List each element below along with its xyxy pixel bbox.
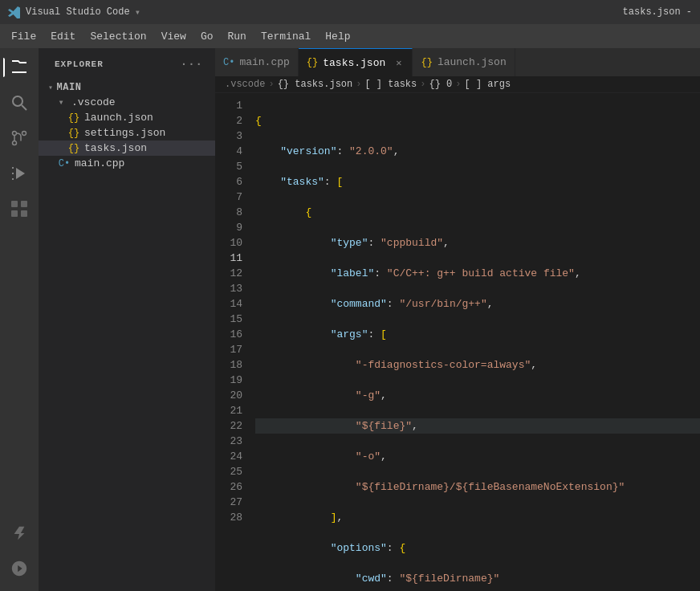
line-num-9: 9 <box>222 220 242 235</box>
menu-edit[interactable]: Edit <box>44 27 82 46</box>
sidebar-header: Explorer ··· <box>39 48 215 79</box>
title-bar-file: tasks.json - <box>623 6 692 18</box>
tab-launch-json[interactable]: {} launch.json <box>413 48 515 76</box>
line-num-17: 17 <box>222 342 242 357</box>
breadcrumb: .vscode › {} tasks.json › [ ] tasks › {}… <box>215 76 700 93</box>
code-line-4: { <box>255 205 700 220</box>
code-line-13: "${fileDirname}/${fileBasenameNoExtensio… <box>255 479 700 495</box>
tree-item-tasks-json[interactable]: {} tasks.json <box>39 141 215 156</box>
code-line-6: "label": "C/C++: g++ build active file", <box>255 266 700 281</box>
extensions-activity-icon[interactable] <box>3 193 35 225</box>
code-line-12: "-o", <box>255 449 700 464</box>
tab-tasks-json-label: tasks.json <box>323 57 385 69</box>
code-line-9: "-fdiagnostics-color=always", <box>255 357 700 373</box>
chevron-down-icon: ▾ <box>48 83 54 92</box>
line-num-11: 11 <box>222 251 242 266</box>
line-num-24: 24 <box>222 449 242 464</box>
tab-close-icon[interactable]: ✕ <box>393 56 404 70</box>
json-file-icon: {} <box>67 112 80 124</box>
sidebar-title: Explorer <box>55 59 104 69</box>
tree-item-launch-json[interactable]: {} launch.json <box>39 110 215 125</box>
line-num-23: 23 <box>222 434 242 449</box>
line-num-10: 10 <box>222 235 242 251</box>
menu-go[interactable]: Go <box>194 27 220 46</box>
line-num-6: 6 <box>222 174 242 190</box>
remote-activity-icon[interactable] <box>3 552 35 585</box>
tab-main-cpp[interactable]: C• main.cpp <box>215 48 299 76</box>
svg-rect-13 <box>21 210 27 217</box>
editor-area: C• main.cpp {} tasks.json ✕ {} launch.js… <box>215 48 700 591</box>
code-line-2: "version": "2.0.0", <box>255 144 700 159</box>
line-num-20: 20 <box>222 388 242 403</box>
menu-selection[interactable]: Selection <box>83 27 153 46</box>
activity-bar-bottom <box>3 517 35 591</box>
line-num-7: 7 <box>222 190 242 205</box>
line-num-28: 28 <box>222 510 242 525</box>
code-line-16: "cwd": "${fileDirname}" <box>255 571 700 586</box>
json-tab-icon: {} <box>421 57 432 68</box>
tree-item-settings-json[interactable]: {} settings.json <box>39 125 215 141</box>
line-numbers: 1 2 3 4 5 6 7 8 9 10 11 12 13 14 15 16 1… <box>215 93 249 591</box>
line-num-21: 21 <box>222 403 242 418</box>
breadcrumb-vscode[interactable]: .vscode <box>225 79 265 90</box>
line-num-2: 2 <box>222 113 242 128</box>
line-num-14: 14 <box>222 296 242 312</box>
menu-view[interactable]: View <box>155 27 193 46</box>
tree-main-label[interactable]: ▾ MAIN <box>39 80 215 95</box>
svg-line-1 <box>22 105 26 110</box>
vscode-logo-icon <box>8 6 21 18</box>
code-content[interactable]: { "version": "2.0.0", "tasks": [ { "type… <box>249 93 700 591</box>
title-bar: Visual Studio Code ▾ tasks.json - <box>0 0 700 24</box>
title-dropdown-arrow[interactable]: ▾ <box>135 6 140 18</box>
breadcrumb-args[interactable]: [ ] args <box>464 79 511 90</box>
line-num-15: 15 <box>222 312 242 327</box>
tab-tasks-json[interactable]: {} tasks.json ✕ <box>299 48 413 76</box>
line-num-5: 5 <box>222 159 242 174</box>
breadcrumb-tasks-json[interactable]: {} tasks.json <box>278 79 353 90</box>
tab-launch-json-label: launch.json <box>438 56 507 68</box>
code-line-1: { <box>255 113 700 128</box>
code-line-7: "command": "/usr/bin/g++", <box>255 296 700 312</box>
tree-item-vscode[interactable]: ▾ .vscode <box>39 95 215 110</box>
vscode-folder-label: .vscode <box>71 96 116 108</box>
line-num-25: 25 <box>222 464 242 479</box>
code-editor[interactable]: 1 2 3 4 5 6 7 8 9 10 11 12 13 14 15 16 1… <box>215 93 700 591</box>
menu-file[interactable]: File <box>5 27 43 46</box>
menu-bar: File Edit Selection View Go Run Terminal… <box>0 24 700 48</box>
line-num-1: 1 <box>222 98 242 113</box>
breadcrumb-tasks[interactable]: [ ] tasks <box>364 79 417 90</box>
sidebar: Explorer ··· ▾ MAIN ▾ .vscode {} launch.… <box>39 48 215 591</box>
code-line-10: "-g", <box>255 388 700 403</box>
line-num-12: 12 <box>222 266 242 281</box>
tab-main-cpp-label: main.cpp <box>239 56 289 68</box>
menu-help[interactable]: Help <box>319 27 356 46</box>
line-num-16: 16 <box>222 327 242 342</box>
line-num-19: 19 <box>222 373 242 388</box>
source-control-activity-icon[interactable] <box>3 122 35 154</box>
code-line-3: "tasks": [ <box>255 174 700 190</box>
menu-run[interactable]: Run <box>221 27 252 46</box>
explorer-activity-icon[interactable] <box>3 51 35 84</box>
main-cpp-label: main.cpp <box>75 157 124 169</box>
testing-activity-icon[interactable] <box>3 517 35 549</box>
search-activity-icon[interactable] <box>3 87 35 119</box>
tree-section: ▾ MAIN ▾ .vscode {} launch.json {} setti… <box>39 79 215 173</box>
svg-point-3 <box>22 132 26 136</box>
sidebar-more-actions[interactable]: ··· <box>178 56 206 72</box>
breadcrumb-sep-1: › <box>268 79 274 90</box>
line-num-22: 22 <box>222 418 242 434</box>
json-tab-icon: {} <box>307 57 318 68</box>
app-title: Visual Studio Code <box>26 6 130 18</box>
code-line-11: "${file}", <box>255 418 700 434</box>
line-num-3: 3 <box>222 128 242 144</box>
svg-rect-11 <box>21 201 27 207</box>
breadcrumb-0[interactable]: {} 0 <box>429 79 452 90</box>
run-debug-activity-icon[interactable] <box>3 157 35 190</box>
svg-rect-10 <box>11 201 18 207</box>
line-num-27: 27 <box>222 495 242 510</box>
tree-item-main-cpp[interactable]: C• main.cpp <box>39 156 215 171</box>
cpp-file-icon: C• <box>58 158 71 169</box>
tabs-bar: C• main.cpp {} tasks.json ✕ {} launch.js… <box>215 48 700 76</box>
menu-terminal[interactable]: Terminal <box>254 27 317 46</box>
sidebar-actions: ··· <box>178 56 206 72</box>
